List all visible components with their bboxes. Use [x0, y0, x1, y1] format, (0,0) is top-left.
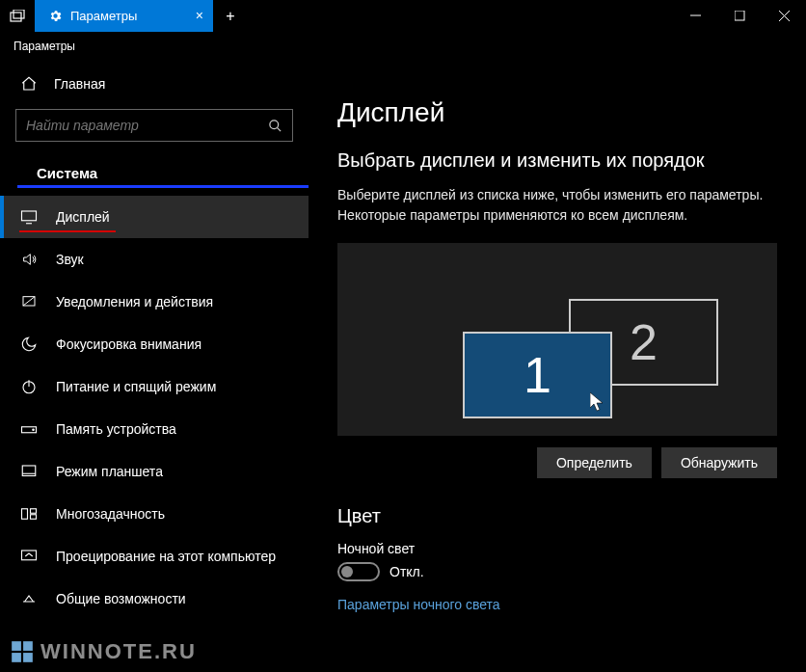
home-icon — [19, 74, 39, 94]
sidebar-group-header: Система — [17, 159, 309, 188]
night-light-settings-link[interactable]: Параметры ночного света — [337, 597, 500, 612]
task-view-icon[interactable] — [0, 0, 35, 32]
svg-line-7 — [277, 127, 281, 131]
sound-icon — [19, 250, 39, 269]
svg-rect-25 — [23, 653, 33, 662]
home-label: Главная — [54, 76, 105, 92]
arrange-heading: Выбрать дисплеи и изменить их порядок — [337, 149, 777, 172]
titlebar: Параметры × + — [0, 0, 806, 32]
notifications-icon — [19, 292, 39, 311]
sidebar-item-storage[interactable]: Память устройства — [0, 408, 309, 450]
tablet-icon — [19, 462, 39, 481]
sidebar-item-power[interactable]: Питание и спящий режим — [0, 365, 309, 408]
sidebar-item-shared[interactable]: Общие возможности — [0, 578, 309, 620]
night-light-toggle[interactable] — [337, 562, 380, 581]
svg-rect-8 — [22, 211, 37, 221]
tab-close-icon[interactable]: × — [196, 8, 203, 23]
svg-rect-1 — [11, 13, 21, 21]
svg-rect-21 — [22, 551, 37, 560]
sidebar-item-focus[interactable]: Фокусировка внимания — [0, 323, 309, 365]
sidebar: Главная Система Дисплей — [0, 61, 309, 672]
toggle-knob — [341, 566, 353, 578]
new-tab-button[interactable]: + — [213, 0, 248, 32]
display-icon — [19, 207, 39, 227]
identify-button[interactable]: Определить — [537, 447, 652, 478]
sidebar-item-label: Общие возможности — [56, 591, 186, 606]
tab-settings[interactable]: Параметры × — [35, 0, 213, 32]
svg-line-11 — [23, 297, 35, 306]
svg-point-15 — [33, 429, 35, 431]
sidebar-item-label: Питание и спящий режим — [56, 379, 216, 394]
sidebar-item-label: Звук — [56, 252, 84, 267]
gear-icon — [48, 9, 63, 23]
breadcrumb: Параметры — [0, 32, 806, 61]
power-icon — [19, 377, 39, 396]
sidebar-item-label: Многозадачность — [56, 506, 165, 522]
detect-button[interactable]: Обнаружить — [661, 447, 777, 478]
sidebar-item-projecting[interactable]: Проецирование на этот компьютер — [0, 535, 309, 578]
search-input[interactable] — [26, 118, 262, 133]
svg-rect-16 — [22, 466, 36, 476]
svg-rect-18 — [22, 509, 28, 520]
close-button[interactable] — [762, 0, 806, 32]
sidebar-item-label: Дисплей — [56, 209, 110, 225]
toggle-state-text: Откл. — [390, 564, 424, 579]
svg-rect-22 — [12, 641, 21, 651]
projecting-icon — [19, 547, 39, 566]
svg-rect-24 — [12, 653, 21, 662]
svg-rect-3 — [735, 11, 744, 20]
watermark: WINNOTE.RU — [10, 639, 197, 664]
minimize-button[interactable] — [673, 0, 717, 32]
tab-title: Параметры — [70, 9, 137, 23]
shared-icon — [19, 589, 39, 608]
svg-rect-20 — [31, 515, 37, 520]
home-nav[interactable]: Главная — [0, 65, 309, 103]
svg-rect-19 — [31, 509, 37, 514]
sidebar-item-label: Фокусировка внимания — [56, 336, 202, 352]
sidebar-item-label: Режим планшета — [56, 464, 163, 479]
sidebar-item-notifications[interactable]: Уведомления и действия — [0, 281, 309, 323]
display-arrange-area[interactable]: 2 1 — [337, 243, 777, 436]
cursor-icon — [590, 392, 604, 412]
sidebar-item-label: Память устройства — [56, 421, 176, 437]
main-panel: Дисплей Выбрать дисплеи и изменить их по… — [309, 61, 806, 672]
storage-icon — [19, 419, 39, 439]
sidebar-item-display[interactable]: Дисплей — [0, 196, 309, 238]
sidebar-item-label: Уведомления и действия — [56, 294, 213, 309]
sidebar-item-tablet[interactable]: Режим планшета — [0, 450, 309, 493]
svg-rect-23 — [23, 641, 33, 651]
sidebar-item-multitasking[interactable]: Многозадачность — [0, 493, 309, 535]
search-input-wrapper[interactable] — [15, 109, 293, 142]
sidebar-item-sound[interactable]: Звук — [0, 238, 309, 281]
maximize-button[interactable] — [717, 0, 762, 32]
multitasking-icon — [19, 504, 39, 524]
moon-icon — [19, 335, 39, 354]
underline-marker — [19, 230, 116, 232]
arrange-help-text: Выберите дисплей из списка ниже, чтобы и… — [337, 185, 777, 226]
svg-rect-0 — [13, 10, 24, 18]
page-title: Дисплей — [337, 97, 777, 128]
search-icon — [268, 119, 282, 133]
sidebar-item-label: Проецирование на этот компьютер — [56, 549, 276, 564]
color-heading: Цвет — [337, 505, 777, 527]
svg-point-6 — [270, 120, 279, 128]
night-light-label: Ночной свет — [337, 541, 777, 556]
